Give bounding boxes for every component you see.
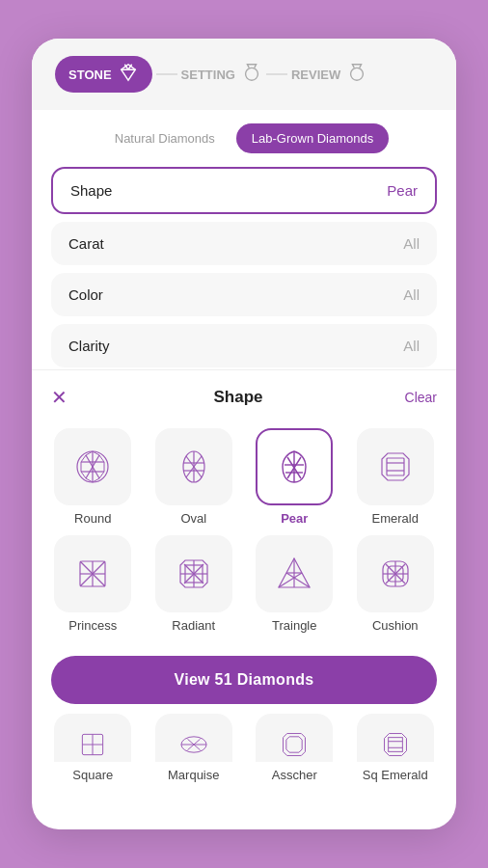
shape-asscher[interactable]: Asscher	[249, 714, 340, 782]
svg-rect-60	[388, 738, 402, 752]
diamond-tabs: Natural Diamonds Lab-Grown Diamonds	[32, 110, 456, 167]
shape-pear[interactable]: Pear	[249, 428, 340, 526]
shape-marquise-box	[155, 714, 232, 762]
progress-bar: STONE SETTING	[32, 39, 456, 110]
view-diamonds-button[interactable]: View 51 Diamonds	[51, 656, 437, 704]
svg-marker-24	[382, 453, 409, 480]
shape-oval-box	[155, 428, 232, 505]
step-setting[interactable]: SETTING	[181, 62, 262, 87]
svg-marker-58	[286, 737, 302, 752]
shape-radiant-label: Radiant	[172, 618, 215, 633]
shape-asscher-label: Asscher	[272, 768, 317, 782]
shape-emerald[interactable]: Emerald	[350, 428, 442, 526]
filter-clarity[interactable]: Clarity All	[51, 324, 437, 367]
shape-traingle-label: Traingle	[272, 618, 316, 633]
filter-carat-label: Carat	[68, 235, 104, 252]
shape-square-label: Square	[72, 768, 113, 782]
shape-asscher-box	[256, 714, 333, 762]
shape-round-box	[54, 428, 131, 505]
shape-sq-emerald-box	[357, 714, 434, 762]
step-review-label: REVIEW	[291, 68, 340, 82]
filter-clarity-label: Clarity	[68, 338, 110, 354]
filter-shape[interactable]: Shape Pear	[51, 167, 437, 214]
svg-marker-59	[384, 734, 406, 756]
shape-pear-label: Pear	[281, 511, 308, 526]
connector-1	[156, 73, 177, 75]
shape-panel-title: Shape	[78, 388, 398, 407]
cta-area: View 51 Diamonds	[32, 642, 456, 712]
shape-panel: ✕ Shape Clear Roun	[32, 369, 456, 792]
shape-cushion-label: Cushion	[372, 618, 419, 633]
filter-carat[interactable]: Carat All	[51, 222, 437, 265]
tab-natural[interactable]: Natural Diamonds	[99, 123, 230, 153]
shape-oval[interactable]: Oval	[149, 428, 240, 526]
filters-section: Shape Pear Carat All Color All Clarity A…	[32, 167, 456, 367]
shape-marquise-label: Marquise	[168, 768, 219, 782]
ring-icon-review	[346, 62, 367, 87]
filter-carat-value: All	[403, 235, 420, 252]
shape-princess[interactable]: Princess	[47, 535, 139, 633]
svg-marker-0	[121, 65, 135, 81]
clear-button[interactable]: Clear	[398, 390, 437, 405]
shape-square-box	[54, 714, 131, 762]
shape-round[interactable]: Round	[47, 428, 139, 526]
step-stone-label: STONE	[68, 68, 112, 82]
filter-color-value: All	[403, 286, 420, 303]
filter-shape-label: Shape	[70, 182, 112, 199]
shape-cushion[interactable]: Cushion	[350, 535, 442, 633]
filter-color-label: Color	[68, 286, 103, 303]
shape-princess-box	[54, 535, 131, 612]
tab-lab[interactable]: Lab-Grown Diamonds	[236, 123, 389, 153]
shape-square[interactable]: Square	[47, 714, 139, 782]
shape-oval-label: Oval	[180, 511, 206, 526]
connector-2	[266, 73, 287, 75]
shape-panel-header: ✕ Shape Clear	[32, 370, 456, 419]
filter-color[interactable]: Color All	[51, 273, 437, 316]
shape-sq-emerald-label: Sq Emerald	[363, 768, 428, 782]
shape-radiant[interactable]: Radiant	[149, 535, 240, 633]
shape-sq-emerald[interactable]: Sq Emerald	[350, 714, 442, 782]
svg-point-5	[351, 68, 364, 80]
svg-point-4	[245, 68, 258, 80]
diamond-icon	[118, 62, 139, 87]
shape-emerald-box	[357, 428, 434, 505]
svg-rect-25	[387, 458, 404, 475]
ring-icon-setting	[241, 62, 262, 87]
main-card: STONE SETTING	[32, 39, 456, 829]
shape-radiant-box	[155, 535, 232, 612]
shape-cushion-box	[357, 535, 434, 612]
shape-round-label: Round	[74, 511, 111, 526]
shape-marquise[interactable]: Marquise	[149, 714, 240, 782]
shape-emerald-label: Emerald	[372, 511, 419, 526]
step-stone[interactable]: STONE	[55, 56, 152, 93]
step-setting-label: SETTING	[181, 68, 235, 82]
shape-pear-box	[256, 428, 333, 505]
close-button[interactable]: ✕	[51, 386, 78, 409]
shape-traingle[interactable]: Traingle	[249, 535, 340, 633]
step-review[interactable]: REVIEW	[291, 62, 367, 87]
filter-shape-value: Pear	[387, 182, 418, 199]
shape-grid-bottom: Square Marquise	[32, 712, 456, 792]
filter-clarity-value: All	[403, 338, 420, 354]
shape-princess-label: Princess	[68, 618, 117, 633]
shape-traingle-box	[256, 535, 333, 612]
shape-grid: Round Oval	[32, 419, 456, 642]
